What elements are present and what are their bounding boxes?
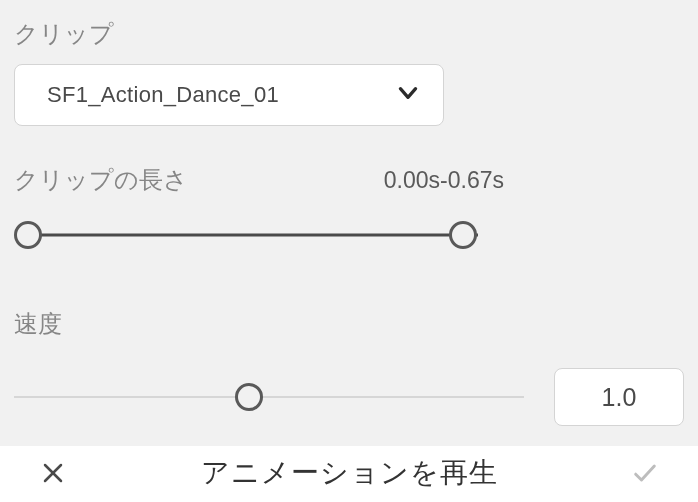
clip-length-handle-start[interactable] [14,221,42,249]
speed-value-input[interactable]: 1.0 [554,368,684,426]
clip-label: クリップ [14,18,688,50]
close-button[interactable] [38,458,68,488]
speed-handle[interactable] [235,383,263,411]
clip-length-label: クリップの長さ [14,164,188,196]
close-icon [41,461,65,485]
bottom-bar-title: アニメーションを再生 [201,454,498,492]
clip-length-slider[interactable] [10,220,688,250]
clip-length-handle-end[interactable] [449,221,477,249]
confirm-button[interactable] [630,458,660,488]
clip-selected-text: SF1_Action_Dance_01 [47,82,279,108]
check-icon [631,459,659,487]
chevron-down-icon [395,80,421,110]
clip-length-range-text: 0.00s-0.67s [384,167,504,194]
speed-slider[interactable] [14,382,524,412]
clip-length-track [28,234,478,237]
bottom-bar: アニメーションを再生 [0,446,698,502]
speed-label: 速度 [14,308,688,340]
clip-dropdown[interactable]: SF1_Action_Dance_01 [14,64,444,126]
speed-track [14,396,524,398]
